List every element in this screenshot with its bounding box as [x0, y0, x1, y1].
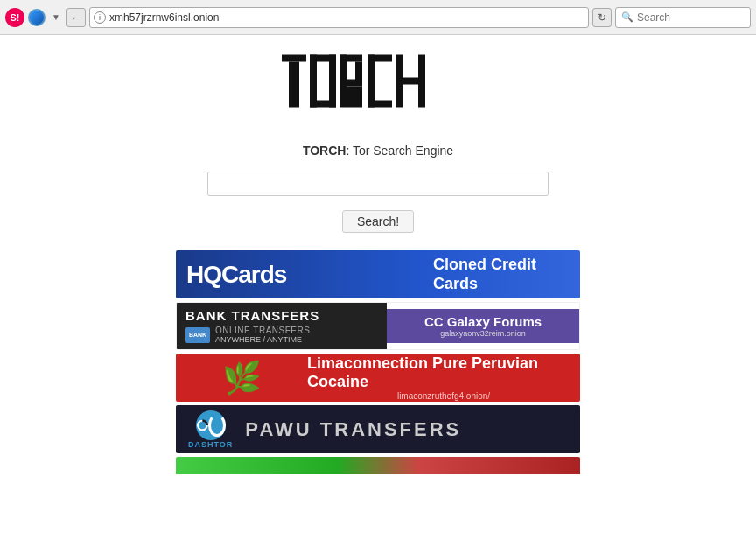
hqcards-subtitle: Cloned Credit Cards: [433, 256, 570, 293]
svg-rect-3: [310, 55, 317, 108]
refresh-button[interactable]: ↻: [592, 8, 612, 27]
bank-sub2: ANYWHERE / ANYTIME: [215, 335, 310, 344]
main-search-input[interactable]: [207, 172, 549, 196]
dashtor-name: DASHTOR: [188, 440, 233, 449]
bank-subs: ONLINE TRANSFERS ANYWHERE / ANYTIME: [215, 326, 310, 344]
ad-peru-cocaine[interactable]: 🌿 Limaconnection Pure Peruvian Cocaine l…: [176, 354, 580, 402]
svg-rect-13: [368, 101, 392, 108]
dashtor-icon: [196, 410, 226, 440]
svg-rect-16: [418, 55, 425, 108]
svg-rect-9: [340, 80, 362, 87]
torch-logo: [282, 53, 474, 126]
peru-url: limaconzruthefg4.onion/: [397, 391, 490, 401]
bank-left: BANK TRANSFERS BANK ONLINE TRANSFERS ANY…: [177, 303, 387, 349]
bank-icon-row: BANK ONLINE TRANSFERS ANYWHERE / ANYTIME: [186, 326, 378, 344]
ad-hqcards[interactable]: HQCards Cloned Credit Cards: [176, 250, 580, 298]
dashtor-title: PAWU TRANSFERS: [245, 418, 461, 441]
ccgalaxy-title: CC Galaxy Forums: [424, 314, 542, 329]
svg-rect-14: [396, 55, 402, 108]
address-text: xmh57jrzrnw6insl.onion: [109, 11, 584, 24]
search-button[interactable]: Search!: [342, 210, 414, 233]
hqcards-title: HQCards: [186, 261, 286, 289]
globe-dropdown-icon[interactable]: ▼: [49, 11, 63, 25]
search-icon: 🔍: [621, 11, 634, 23]
bank-icon: BANK: [186, 327, 210, 343]
leaf-icon: 🌿: [222, 360, 262, 396]
info-icon: i: [94, 11, 106, 24]
svg-rect-15: [402, 78, 418, 85]
svg-rect-0: [282, 55, 306, 62]
browser-chrome: S! ▼ ← i xmh57jrzrnw6insl.onion ↻ 🔍: [0, 0, 756, 35]
svg-rect-7: [340, 55, 362, 62]
bank-sub1: ONLINE TRANSFERS: [215, 326, 310, 335]
back-button[interactable]: ←: [66, 8, 86, 27]
browser-search-input[interactable]: [637, 11, 745, 24]
ads-container: HQCards Cloned Credit Cards BANK TRANSFE…: [176, 250, 580, 474]
ad-dashtor[interactable]: DASHTOR PAWU TRANSFERS: [176, 405, 580, 453]
svg-rect-1: [289, 62, 299, 108]
browser-logo-icon: S!: [5, 8, 24, 27]
tagline: TORCH: Tor Search Engine: [303, 144, 453, 158]
globe-icon: [28, 9, 46, 26]
bank-title: BANK TRANSFERS: [186, 308, 378, 323]
hqcards-left: HQCards: [176, 256, 423, 294]
browser-search-bar[interactable]: 🔍: [615, 7, 751, 28]
svg-rect-12: [368, 55, 374, 108]
peru-center: Limaconnection Pure Peruvian Cocaine lim…: [307, 354, 580, 401]
dashtor-logo-wrap: DASHTOR: [188, 410, 233, 449]
peru-leaf-area: 🌿: [176, 360, 307, 396]
peru-title: Limaconnection Pure Peruvian Cocaine: [307, 354, 580, 391]
svg-rect-10: [346, 87, 362, 108]
svg-rect-5: [310, 101, 336, 108]
page-content: TORCH: Tor Search Engine Search! HQCards…: [0, 35, 756, 533]
ccgalaxy-url: galaxyaonv32reim.onion: [440, 329, 526, 338]
address-bar[interactable]: i xmh57jrzrnw6insl.onion: [89, 7, 589, 28]
ad-bank-transfers[interactable]: BANK TRANSFERS BANK ONLINE TRANSFERS ANY…: [176, 302, 580, 350]
ad-partial-bottom: [176, 457, 580, 474]
svg-rect-4: [329, 55, 336, 108]
hqcards-right: Cloned Credit Cards: [423, 250, 580, 298]
bank-right: CC Galaxy Forums galaxyaonv32reim.onion: [387, 309, 579, 343]
